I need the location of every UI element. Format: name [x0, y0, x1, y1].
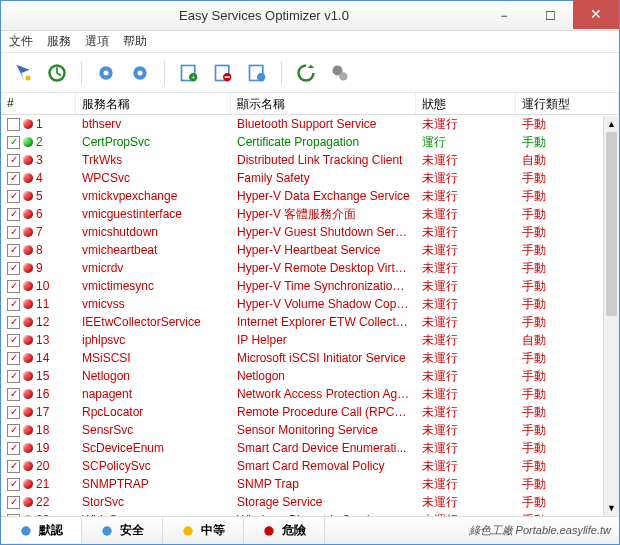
table-row[interactable]: ✓17RpcLocatorRemote Procedure Call (RPC)…	[1, 403, 619, 421]
column-run-type[interactable]: 運行類型	[516, 93, 619, 114]
scroll-down-icon[interactable]: ▼	[604, 500, 619, 516]
cell-service-name: StorSvc	[76, 495, 231, 509]
tool-refresh-icon[interactable]	[292, 59, 320, 87]
cell-service-name: iphlpsvc	[76, 333, 231, 347]
table-row[interactable]: ✓4WPCSvcFamily Safety未運行手動	[1, 169, 619, 187]
cell-display-name: Hyper-V Data Exchange Service	[231, 189, 416, 203]
vertical-scrollbar[interactable]: ▲ ▼	[603, 116, 619, 516]
tab-safe[interactable]: 安全	[82, 518, 163, 544]
row-checkbox[interactable]: ✓	[7, 460, 20, 473]
tool-list-remove-icon[interactable]	[209, 59, 237, 87]
table-row[interactable]: ✓5vmickvpexchangeHyper-V Data Exchange S…	[1, 187, 619, 205]
table-row[interactable]: 1bthservBluetooth Support Service未運行手動	[1, 115, 619, 133]
cell-display-name: Bluetooth Support Service	[231, 117, 416, 131]
row-checkbox[interactable]: ✓	[7, 406, 20, 419]
cell-status: 未運行	[416, 404, 516, 421]
tool-apply-icon[interactable]	[9, 59, 37, 87]
tool-settings-icon[interactable]	[326, 59, 354, 87]
tab-default[interactable]: 默認	[1, 517, 82, 543]
row-index: 7	[36, 225, 43, 239]
tool-list-add-icon[interactable]: +	[175, 59, 203, 87]
toolbar-separator	[281, 61, 282, 85]
table-row[interactable]: ✓9vmicrdvHyper-V Remote Desktop Virtu...…	[1, 259, 619, 277]
row-checkbox[interactable]: ✓	[7, 172, 20, 185]
maximize-button[interactable]: ☐	[527, 3, 573, 29]
column-service-name[interactable]: 服務名稱	[76, 93, 231, 114]
svg-point-14	[257, 73, 265, 81]
row-checkbox[interactable]: ✓	[7, 496, 20, 509]
cell-status: 未運行	[416, 278, 516, 295]
row-checkbox[interactable]: ✓	[7, 136, 20, 149]
row-index: 8	[36, 243, 43, 257]
minimize-button[interactable]: −	[481, 3, 527, 29]
row-checkbox[interactable]	[7, 118, 20, 131]
scroll-track[interactable]	[604, 132, 619, 500]
table-row[interactable]: ✓10vmictimesyncHyper-V Time Synchronizat…	[1, 277, 619, 295]
svg-point-18	[21, 526, 30, 535]
row-checkbox[interactable]: ✓	[7, 262, 20, 275]
table-row[interactable]: ✓13iphlpsvcIP Helper未運行自動	[1, 331, 619, 349]
row-checkbox[interactable]: ✓	[7, 388, 20, 401]
row-checkbox[interactable]: ✓	[7, 244, 20, 257]
menu-help[interactable]: 帮助	[123, 33, 147, 50]
table-row[interactable]: ✓7vmicshutdownHyper-V Guest Shutdown Ser…	[1, 223, 619, 241]
close-button[interactable]: ✕	[573, 0, 619, 29]
row-checkbox[interactable]: ✓	[7, 478, 20, 491]
row-checkbox[interactable]: ✓	[7, 280, 20, 293]
row-checkbox[interactable]: ✓	[7, 154, 20, 167]
menu-services[interactable]: 服務	[47, 33, 71, 50]
window-title: Easy Services Optimizer v1.0	[47, 8, 481, 23]
cell-service-name: MSiSCSI	[76, 351, 231, 365]
cell-service-name: CertPropSvc	[76, 135, 231, 149]
column-index[interactable]: #	[1, 93, 76, 114]
row-checkbox[interactable]: ✓	[7, 352, 20, 365]
cell-status: 未運行	[416, 440, 516, 457]
row-checkbox[interactable]: ✓	[7, 226, 20, 239]
table-row[interactable]: ✓19ScDeviceEnumSmart Card Device Enumera…	[1, 439, 619, 457]
menu-file[interactable]: 文件	[9, 33, 33, 50]
row-checkbox[interactable]: ✓	[7, 208, 20, 221]
row-checkbox[interactable]: ✓	[7, 316, 20, 329]
row-checkbox[interactable]: ✓	[7, 442, 20, 455]
row-checkbox[interactable]: ✓	[7, 190, 20, 203]
row-checkbox[interactable]: ✓	[7, 298, 20, 311]
table-row[interactable]: ✓3TrkWksDistributed Link Tracking Client…	[1, 151, 619, 169]
tool-gear2-icon[interactable]	[126, 59, 154, 87]
row-checkbox[interactable]: ✓	[7, 370, 20, 383]
tab-medium-label: 中等	[201, 522, 225, 539]
table-row[interactable]: ✓6vmicguestinterfaceHyper-V 客體服務介面未運行手動	[1, 205, 619, 223]
table-row[interactable]: ✓11vmicvssHyper-V Volume Shadow Copy ...…	[1, 295, 619, 313]
scroll-thumb[interactable]	[606, 132, 617, 316]
row-checkbox[interactable]: ✓	[7, 334, 20, 347]
menu-options[interactable]: 選項	[85, 33, 109, 50]
scroll-up-icon[interactable]: ▲	[604, 116, 619, 132]
table-row[interactable]: ✓8vmicheartbeatHyper-V Heartbeat Service…	[1, 241, 619, 259]
cell-display-name: SNMP Trap	[231, 477, 416, 491]
table-row[interactable]: ✓16napagentNetwork Access Protection Age…	[1, 385, 619, 403]
column-display-name[interactable]: 顯示名稱	[231, 93, 416, 114]
status-dot-icon	[23, 425, 33, 435]
cell-display-name: Sensor Monitoring Service	[231, 423, 416, 437]
cell-service-name: bthserv	[76, 117, 231, 131]
table-row[interactable]: ✓22StorSvcStorage Service未運行手動	[1, 493, 619, 511]
cell-display-name: IP Helper	[231, 333, 416, 347]
table-row[interactable]: ✓2CertPropSvcCertificate Propagation運行手動	[1, 133, 619, 151]
cell-display-name: Smart Card Device Enumerati...	[231, 441, 416, 455]
tab-danger[interactable]: 危險	[244, 518, 325, 544]
row-index: 17	[36, 405, 49, 419]
table-row[interactable]: ✓21SNMPTRAPSNMP Trap未運行手動	[1, 475, 619, 493]
tab-medium[interactable]: 中等	[163, 518, 244, 544]
tool-gear1-icon[interactable]	[92, 59, 120, 87]
svg-point-4	[104, 70, 109, 75]
table-row[interactable]: ✓15NetlogonNetlogon未運行手動	[1, 367, 619, 385]
tool-restore-icon[interactable]	[43, 59, 71, 87]
table-row[interactable]: ✓18SensrSvcSensor Monitoring Service未運行手…	[1, 421, 619, 439]
tool-list-edit-icon[interactable]	[243, 59, 271, 87]
window-controls: − ☐ ✕	[481, 3, 619, 29]
table-row[interactable]: ✓12IEEtwCollectorServiceInternet Explore…	[1, 313, 619, 331]
table-row[interactable]: ✓14MSiSCSIMicrosoft iSCSI Initiator Serv…	[1, 349, 619, 367]
column-status[interactable]: 狀態	[416, 93, 516, 114]
row-index: 1	[36, 117, 43, 131]
row-checkbox[interactable]: ✓	[7, 424, 20, 437]
table-row[interactable]: ✓20SCPolicySvcSmart Card Removal Policy未…	[1, 457, 619, 475]
